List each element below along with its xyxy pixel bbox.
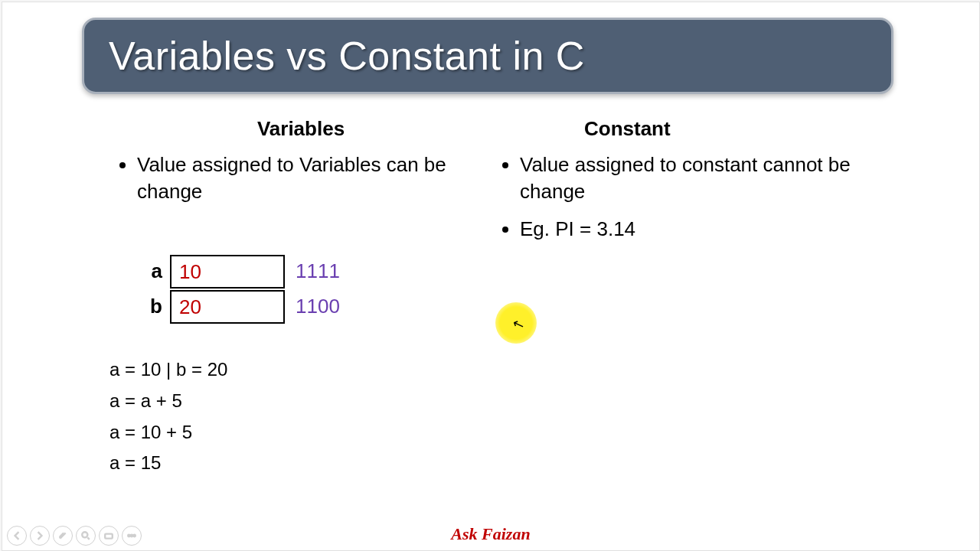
variables-column: Variables Value assigned to Variables ca… (109, 117, 492, 253)
pen-tool-button[interactable] (53, 526, 73, 546)
memory-table: a 10 1111 b 20 1100 (136, 253, 364, 324)
zoom-tool-button[interactable] (76, 526, 96, 546)
menu-icon (127, 531, 136, 540)
content-columns: Variables Value assigned to Variables ca… (109, 117, 875, 253)
slide-menu-button[interactable] (122, 526, 142, 546)
slide-title: Variables vs Constant in C (109, 33, 585, 79)
bullet-item: Value assigned to constant cannot be cha… (520, 152, 875, 205)
var-value-b: 20 (170, 290, 285, 324)
svg-point-2 (128, 535, 129, 536)
constant-column: Constant Value assigned to constant cann… (492, 117, 875, 253)
chevron-right-icon (35, 531, 44, 540)
code-lines: a = 10 | b = 20 a = a + 5 a = 10 + 5 a =… (109, 354, 227, 479)
bullet-item: Value assigned to Variables can be chang… (137, 152, 492, 205)
variables-heading: Variables (109, 117, 492, 141)
bullet-item: Eg. PI = 3.14 (520, 216, 875, 243)
variables-bullets: Value assigned to Variables can be chang… (109, 152, 492, 205)
constant-bullets: Value assigned to constant cannot be cha… (492, 152, 875, 243)
code-line: a = 10 + 5 (109, 417, 227, 448)
var-label-b: b (136, 295, 170, 318)
next-slide-button[interactable] (30, 526, 50, 546)
svg-point-3 (131, 535, 132, 536)
var-value-a: 10 (170, 255, 285, 289)
presenter-toolbar (7, 526, 142, 546)
subtitle-toggle-button[interactable] (99, 526, 119, 546)
svg-point-4 (133, 535, 135, 536)
var-label-a: a (136, 259, 170, 283)
prev-slide-button[interactable] (7, 526, 27, 546)
slide: Variables vs Constant in C Variables Val… (2, 2, 980, 551)
zoom-icon (81, 531, 90, 540)
constant-heading: Constant (492, 117, 875, 141)
code-line: a = 15 (109, 448, 227, 479)
code-line: a = a + 5 (109, 386, 227, 417)
var-addr-a: 1111 (285, 259, 364, 283)
brand-footer: Ask Faizan (451, 524, 530, 544)
memory-row: a 10 1111 (136, 253, 364, 289)
svg-rect-1 (105, 534, 113, 539)
svg-point-0 (82, 532, 87, 537)
var-addr-b: 1100 (285, 295, 364, 318)
memory-row: b 20 1100 (136, 289, 364, 324)
title-bar: Variables vs Constant in C (82, 18, 893, 94)
pen-icon (58, 531, 67, 540)
code-line: a = 10 | b = 20 (109, 354, 227, 386)
chevron-left-icon (12, 531, 21, 540)
subtitle-icon (104, 531, 113, 540)
